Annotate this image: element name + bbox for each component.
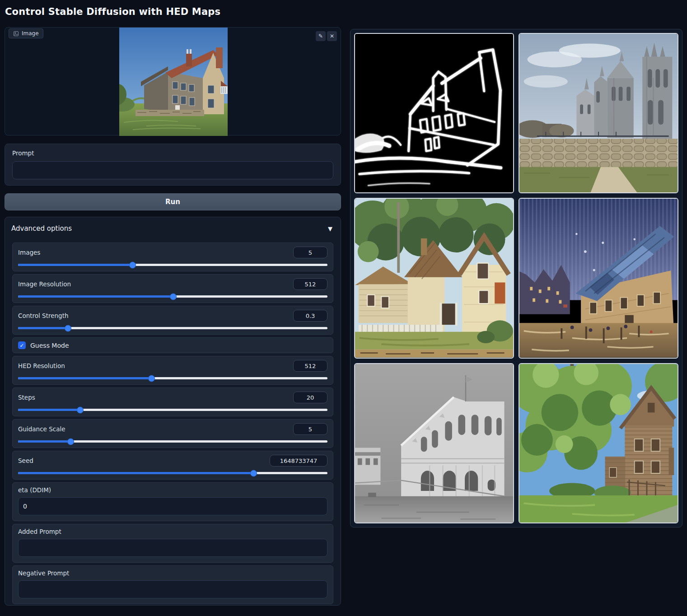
control-strength-slider-handle[interactable] (65, 325, 71, 331)
eta-input[interactable] (18, 497, 327, 515)
prompt-label: Prompt (12, 149, 333, 157)
advanced-options-form: Images Image Resolution Control St (12, 243, 333, 604)
input-image[interactable] (119, 28, 228, 136)
eta-label: eta (DDIM) (18, 486, 327, 494)
night-painting-image (519, 199, 678, 357)
hed-resolution-slider-track[interactable] (18, 377, 327, 379)
guidance-scale-slider-track[interactable] (18, 440, 327, 443)
seed-slider-track[interactable] (18, 472, 327, 474)
guess-mode-row: ✓ Guess Mode (12, 337, 333, 353)
added-prompt-row: Added Prompt (12, 524, 333, 563)
slider-image-resolution: Image Resolution (12, 274, 333, 303)
cottage-image (355, 199, 513, 357)
gallery-item-hed-map[interactable] (354, 33, 514, 193)
advanced-options-title: Advanced options (11, 224, 72, 233)
image-label: Image (22, 30, 39, 37)
hed-resolution-value-input[interactable] (293, 360, 327, 372)
prompt-panel: Prompt (5, 144, 341, 186)
steps-slider-handle[interactable] (77, 406, 84, 413)
images-slider-handle[interactable] (129, 261, 136, 268)
guess-mode-label: Guess Mode (30, 342, 69, 349)
hed-resolution-slider-handle[interactable] (148, 375, 155, 382)
added-prompt-input[interactable] (18, 539, 327, 557)
slider-guidance-scale: Guidance Scale (12, 419, 333, 448)
gallery-item-cathedral[interactable] (519, 33, 678, 193)
prompt-input[interactable] (12, 161, 333, 179)
slider-steps: Steps (12, 387, 333, 416)
app-root: Control Stable Diffusion with HED Maps I… (0, 0, 687, 616)
image-icon (13, 31, 19, 37)
gallery-item-night-painting[interactable] (519, 198, 678, 358)
negative-prompt-label: Negative Prompt (18, 569, 327, 577)
advanced-options-header[interactable]: Advanced options ▼ (5, 217, 341, 240)
pencil-icon: ✎ (318, 33, 323, 39)
slider-seed: Seed (12, 451, 333, 480)
run-button[interactable]: Run (5, 193, 341, 210)
gallery-item-grayscale-building[interactable] (354, 363, 514, 523)
image-resolution-slider-track[interactable] (18, 295, 327, 298)
control-strength-value-input[interactable] (293, 310, 327, 322)
images-label: Images (18, 249, 40, 256)
image-resolution-label: Image Resolution (18, 280, 71, 288)
hed-resolution-label: HED Resolution (18, 362, 65, 369)
grayscale-building-image (355, 364, 513, 523)
guidance-scale-value-input[interactable] (293, 423, 327, 435)
control-strength-label: Control Strength (18, 312, 69, 319)
negative-prompt-row: Negative Prompt (12, 565, 333, 604)
seed-label: Seed (18, 457, 33, 464)
guess-mode-checkbox[interactable]: ✓ (18, 341, 26, 349)
seed-value-input[interactable] (270, 455, 327, 467)
control-strength-slider-track[interactable] (18, 327, 327, 329)
tree-house-image (519, 364, 678, 523)
added-prompt-label: Added Prompt (18, 528, 327, 535)
image-resolution-slider-handle[interactable] (170, 293, 177, 300)
advanced-options-accordion: Advanced options ▼ Images Image Resoluti… (5, 217, 341, 606)
eta-row: eta (DDIM) (12, 482, 333, 521)
close-icon: ✕ (330, 33, 334, 39)
image-label-chip: Image (9, 28, 43, 38)
steps-slider-track[interactable] (18, 409, 327, 411)
result-gallery (350, 29, 682, 527)
seed-slider-handle[interactable] (250, 470, 257, 476)
negative-prompt-input[interactable] (18, 580, 327, 598)
edit-image-button[interactable]: ✎ (316, 31, 326, 41)
slider-control-strength: Control Strength (12, 306, 333, 335)
images-slider-track[interactable] (18, 264, 327, 266)
steps-value-input[interactable] (293, 392, 327, 403)
steps-label: Steps (18, 394, 35, 401)
guidance-scale-slider-handle[interactable] (67, 438, 74, 445)
images-value-input[interactable] (293, 247, 327, 258)
input-image-panel: Image ✎ ✕ (5, 27, 341, 135)
cathedral-image (519, 34, 678, 192)
guidance-scale-label: Guidance Scale (18, 425, 65, 433)
image-toolbar: ✎ ✕ (316, 31, 337, 41)
chevron-down-icon: ▼ (328, 225, 332, 232)
clear-image-button[interactable]: ✕ (327, 31, 337, 41)
gallery-item-cottage[interactable] (354, 198, 514, 358)
page-title: Control Stable Diffusion with HED Maps (5, 6, 220, 17)
image-resolution-value-input[interactable] (293, 278, 327, 290)
gallery-item-tree-house[interactable] (519, 363, 678, 523)
slider-hed-resolution: HED Resolution (12, 356, 333, 385)
slider-images: Images (12, 243, 333, 271)
hed-map-image (355, 34, 513, 192)
